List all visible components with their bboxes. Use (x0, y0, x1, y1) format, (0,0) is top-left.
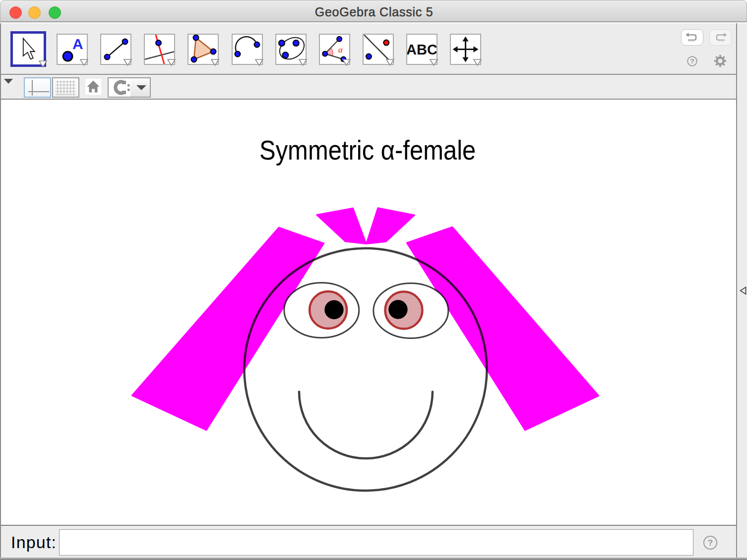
svg-text:?: ? (708, 538, 713, 548)
svg-text:A: A (72, 36, 83, 52)
svg-text:α: α (338, 45, 343, 55)
svg-text:ABC: ABC (407, 42, 436, 57)
svg-text:?: ? (690, 57, 694, 65)
